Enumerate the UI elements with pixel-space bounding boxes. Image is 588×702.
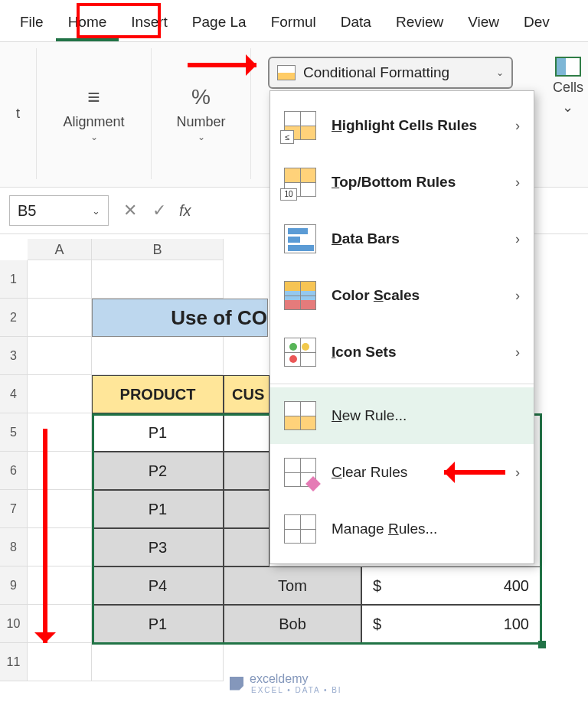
chevron-down-icon: ⌄ (562, 99, 573, 116)
tab-formulas[interactable]: Formul (259, 8, 328, 41)
menu-label: Manage Rules... (332, 521, 437, 537)
row-header[interactable]: 4 (0, 375, 28, 413)
cell[interactable] (28, 452, 92, 490)
menu-color-scales[interactable]: Color Scales › (270, 267, 534, 324)
cell[interactable] (92, 643, 224, 681)
ribbon-group-number[interactable]: % Number ⌄ (152, 48, 251, 179)
title-banner[interactable]: Use of CO (92, 299, 268, 337)
watermark-logo-icon (230, 677, 243, 691)
conditional-formatting-menu: ≤ Highlight Cells Rules › 10 Top/Bottom … (270, 90, 534, 564)
row-header[interactable]: 7 (0, 490, 28, 528)
grid-row: P4 Tom $ 400 (28, 566, 588, 605)
menu-data-bars[interactable]: Data Bars › (270, 211, 534, 267)
cell-product[interactable]: P4 (92, 566, 224, 605)
cell[interactable] (92, 260, 224, 299)
row-header[interactable]: 3 (0, 337, 28, 375)
col-header-B[interactable]: B (92, 239, 224, 260)
tab-file[interactable]: File (8, 8, 56, 41)
menu-manage-rules[interactable]: Manage Rules... (270, 501, 534, 557)
tab-pagelayout[interactable]: Page La (180, 8, 259, 41)
color-scales-icon (284, 281, 316, 310)
badge-10: 10 (280, 188, 297, 201)
cell-customer[interactable] (224, 528, 270, 566)
accept-formula-button[interactable]: ✓ (150, 201, 168, 220)
cell-product[interactable]: P1 (92, 490, 224, 528)
header-customer[interactable]: CUS (224, 375, 270, 413)
row-header[interactable]: 5 (0, 413, 28, 452)
cell-product[interactable]: P1 (92, 413, 224, 452)
cell-product[interactable]: P3 (92, 528, 224, 566)
header-product[interactable]: PRODUCT (92, 375, 224, 413)
cell[interactable] (28, 299, 92, 337)
cell[interactable] (28, 528, 92, 566)
cell-product[interactable]: P1 (92, 605, 224, 643)
conditional-formatting-button[interactable]: Conditional Formatting ⌄ (268, 57, 513, 89)
row-header[interactable]: 11 (0, 643, 28, 681)
cell[interactable] (28, 413, 92, 452)
data-bars-icon (284, 224, 316, 253)
cancel-formula-button[interactable]: ✕ (121, 201, 139, 220)
cell[interactable] (28, 260, 92, 299)
ribbon-group-font[interactable]: t (0, 48, 37, 179)
grid-row: P1 Bob $ 100 (28, 605, 588, 643)
currency-symbol: $ (373, 615, 381, 633)
cell[interactable] (28, 337, 92, 375)
cell[interactable] (28, 375, 92, 413)
currency-symbol: $ (373, 577, 381, 595)
chevron-right-icon: › (515, 344, 520, 361)
alignment-label: Alignment (63, 114, 124, 130)
menu-new-rule[interactable]: New Rule... (270, 387, 534, 444)
menu-icon-sets[interactable]: Icon Sets › (270, 324, 534, 380)
icon-sets-icon (284, 338, 316, 367)
row-headers: 1 2 3 4 5 6 7 8 9 10 11 (0, 260, 28, 681)
formula-bar-buttons: ✕ ✓ fx (113, 201, 191, 220)
clear-rules-icon (284, 458, 316, 487)
cell-amount[interactable]: $ 100 (361, 605, 541, 643)
row-header[interactable]: 8 (0, 528, 28, 566)
name-box[interactable]: B5 ⌄ (9, 195, 109, 226)
chevron-down-icon: ⌄ (90, 132, 98, 142)
cell-customer[interactable] (224, 490, 270, 528)
menu-label: Clear Rules (332, 464, 407, 481)
cell-customer[interactable]: Tom (224, 566, 361, 605)
tab-view[interactable]: View (456, 8, 511, 41)
row-header[interactable]: 6 (0, 452, 28, 490)
new-rule-icon (284, 401, 316, 430)
tab-data[interactable]: Data (328, 8, 384, 41)
menu-top-bottom-rules[interactable]: 10 Top/Bottom Rules › (270, 154, 534, 211)
ribbon-group-cells[interactable]: Cells ⌄ (553, 57, 583, 116)
menu-label: Data Bars (332, 230, 400, 247)
chevron-right-icon: › (515, 465, 520, 481)
fx-icon[interactable]: fx (179, 202, 191, 220)
badge-le: ≤ (280, 130, 294, 144)
cell-customer[interactable]: Bob (224, 605, 361, 643)
menu-label: New Rule... (332, 407, 407, 424)
selection-fill-handle[interactable] (538, 641, 546, 648)
cell[interactable] (28, 490, 92, 528)
chevron-down-icon: ⌄ (496, 67, 504, 78)
font-group-label: t (16, 106, 20, 122)
number-label: Number (176, 114, 225, 130)
cell-customer[interactable] (224, 413, 270, 452)
row-header[interactable]: 2 (0, 299, 28, 337)
menu-highlight-cells-rules[interactable]: ≤ Highlight Cells Rules › (270, 97, 534, 154)
tab-developer[interactable]: Dev (511, 8, 562, 41)
col-header-A[interactable]: A (28, 239, 92, 260)
cell-product[interactable]: P2 (92, 452, 224, 490)
cell-customer[interactable] (224, 452, 270, 490)
chevron-right-icon: › (515, 288, 520, 304)
row-header[interactable]: 9 (0, 566, 28, 605)
tab-review[interactable]: Review (384, 8, 456, 41)
cells-icon (555, 57, 581, 77)
cell[interactable] (28, 566, 92, 605)
ribbon-group-alignment[interactable]: ≡ Alignment ⌄ (37, 48, 152, 179)
cell[interactable] (92, 337, 224, 375)
row-header[interactable]: 1 (0, 260, 28, 299)
menu-label: Icon Sets (332, 344, 396, 361)
watermark-brand: exceldemy (250, 672, 342, 686)
amount-value: 400 (504, 577, 529, 595)
watermark-tag: EXCEL • DATA • BI (251, 686, 342, 694)
chevron-down-icon: ⌄ (92, 205, 100, 217)
cell-amount[interactable]: $ 400 (361, 566, 541, 605)
row-header[interactable]: 10 (0, 605, 28, 643)
